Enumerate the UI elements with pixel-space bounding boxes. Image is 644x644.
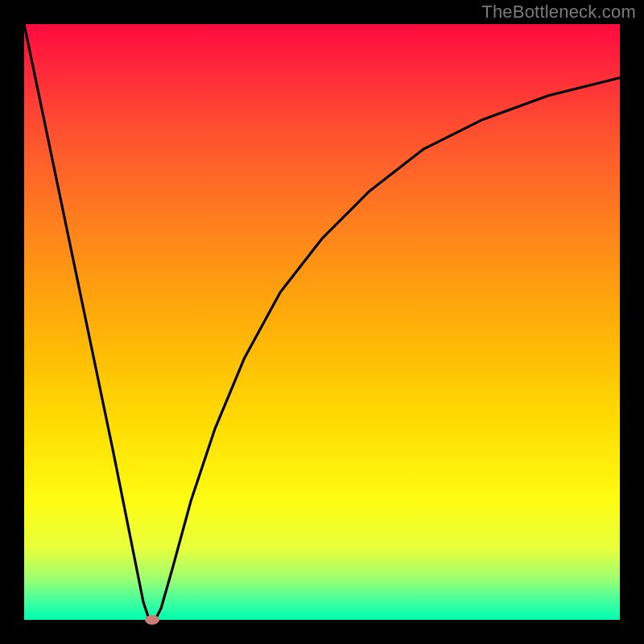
- curve-path: [24, 24, 620, 620]
- minimum-marker: [145, 615, 159, 625]
- curve-svg: [24, 24, 620, 620]
- plot-area: [24, 24, 620, 620]
- brand-watermark: TheBottleneck.com: [481, 2, 636, 23]
- chart-frame: TheBottleneck.com: [0, 0, 644, 644]
